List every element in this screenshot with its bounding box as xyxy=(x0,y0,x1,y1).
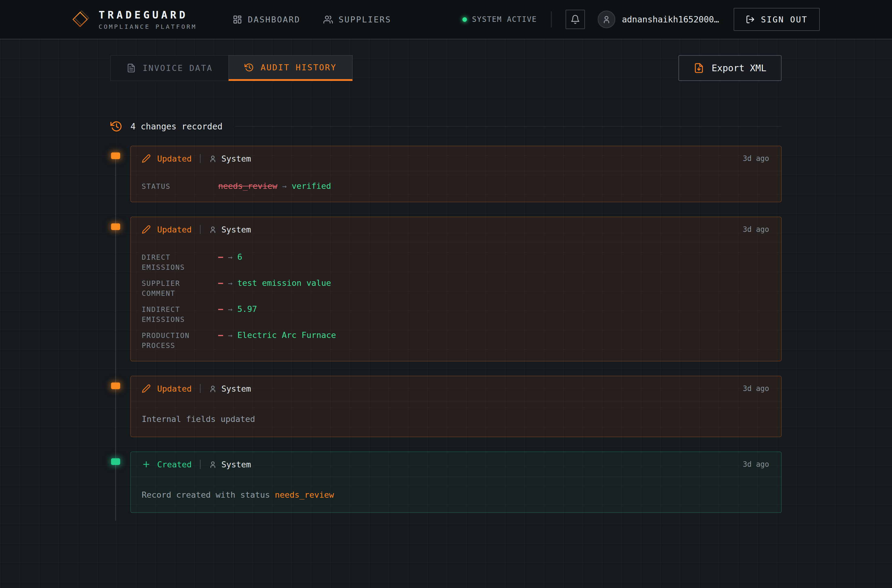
change-row: PRODUCTION PROCESS — → Electric Arc Furn… xyxy=(142,330,770,351)
new-value: verified xyxy=(292,181,331,191)
action-label: Created xyxy=(157,460,192,469)
changes-section-header: 4 changes recorded xyxy=(110,120,782,132)
new-value: 6 xyxy=(237,252,242,262)
timeline-marker xyxy=(111,382,120,389)
timeline-marker xyxy=(111,458,120,465)
arrow-icon: → xyxy=(228,304,232,314)
header-pipe xyxy=(200,225,200,234)
app-header: TRADEGUARD COMPLIANCE PLATFORM DASHBOARD… xyxy=(0,0,892,39)
changes-list: DIRECT EMISSIONS — → 6 SUPPLIER COMMENT … xyxy=(131,242,781,361)
event-card-header: Created System 3d ago xyxy=(131,452,781,477)
timestamp: 3d ago xyxy=(743,384,769,393)
event-card-header: Updated System 3d ago xyxy=(131,146,781,171)
actor-name: System xyxy=(221,154,251,164)
brand: TRADEGUARD COMPLIANCE PLATFORM xyxy=(71,9,197,30)
action-label: Updated xyxy=(157,154,192,164)
event-card: Updated System 3d ago Internal fields up… xyxy=(131,376,782,437)
change-row: SUPPLIER COMMENT — → test emission value xyxy=(142,278,770,298)
arrow-icon: → xyxy=(228,330,232,340)
system-status: SYSTEM ACTIVE xyxy=(462,15,537,24)
audit-event: Updated System 3d ago DIRECT EMISSIONS — xyxy=(110,217,782,361)
field-label: PRODUCTION PROCESS xyxy=(142,331,218,351)
field-label: INDIRECT EMISSIONS xyxy=(142,304,218,325)
status-dot xyxy=(462,17,467,22)
suppliers-users-icon xyxy=(323,15,333,24)
new-value: test emission value xyxy=(237,278,331,288)
timestamp: 3d ago xyxy=(743,460,769,469)
note-prefix: Record created with status xyxy=(142,490,270,500)
new-value: 5.97 xyxy=(237,304,257,314)
old-value: — xyxy=(218,304,223,314)
actor-name: System xyxy=(221,460,251,469)
system-status-label: SYSTEM ACTIVE xyxy=(472,15,537,24)
audit-event: Created System 3d ago Record created wit… xyxy=(110,452,782,513)
person-icon xyxy=(209,460,217,469)
arrow-icon: → xyxy=(282,181,287,191)
actor-name: System xyxy=(221,384,251,393)
field-label: STATUS xyxy=(142,182,218,192)
action-label: Updated xyxy=(157,384,192,393)
note-status-value: needs_review xyxy=(275,490,334,500)
header-pipe xyxy=(200,154,200,163)
change-row: DIRECT EMISSIONS — → 6 xyxy=(142,252,770,273)
old-value: — xyxy=(218,330,223,340)
timestamp: 3d ago xyxy=(743,225,769,234)
user-chip: adnanshaikh1652000… xyxy=(598,10,719,28)
header-divider xyxy=(551,11,552,28)
nav-item-suppliers[interactable]: SUPPLIERS xyxy=(323,15,391,24)
header-pipe xyxy=(200,460,200,469)
arrow-icon: → xyxy=(228,278,232,288)
nav-item-dashboard[interactable]: DASHBOARD xyxy=(233,15,300,24)
person-icon xyxy=(209,154,217,163)
main-content: INVOICE DATA AUDIT HISTORY Export XML xyxy=(110,55,782,513)
plus-icon xyxy=(142,460,151,469)
event-card-header: Updated System 3d ago xyxy=(131,217,781,242)
tab-bar: INVOICE DATA AUDIT HISTORY xyxy=(110,55,352,81)
notifications-button[interactable] xyxy=(566,10,585,29)
brand-tagline: COMPLIANCE PLATFORM xyxy=(99,23,197,30)
changes-count-title: 4 changes recorded xyxy=(131,122,223,132)
field-label: SUPPLIER COMMENT xyxy=(142,279,218,298)
nav-item-label: DASHBOARD xyxy=(248,15,300,24)
tab-label: INVOICE DATA xyxy=(143,63,213,73)
pencil-icon xyxy=(142,225,151,234)
audit-timeline: Updated System 3d ago STATUS needs_revie… xyxy=(110,146,782,513)
arrow-icon: → xyxy=(228,252,232,262)
pencil-icon xyxy=(142,384,151,393)
diamond-logo-icon xyxy=(71,9,91,29)
tab-label: AUDIT HISTORY xyxy=(261,63,337,72)
section-rule xyxy=(235,126,782,127)
file-text-icon xyxy=(126,63,136,73)
toolbar: INVOICE DATA AUDIT HISTORY Export XML xyxy=(110,55,782,81)
export-xml-button[interactable]: Export XML xyxy=(678,55,782,81)
history-clock-icon xyxy=(110,120,123,132)
timeline-marker xyxy=(111,224,120,230)
person-icon xyxy=(602,15,611,24)
person-icon xyxy=(209,225,217,234)
audit-event: Updated System 3d ago STATUS needs_revie… xyxy=(110,146,782,202)
audit-event: Updated System 3d ago Internal fields up… xyxy=(110,376,782,437)
old-value: — xyxy=(218,252,223,262)
brand-name: TRADEGUARD xyxy=(99,9,197,21)
sign-out-button[interactable]: SIGN OUT xyxy=(734,8,820,31)
nav-item-label: SUPPLIERS xyxy=(338,15,391,24)
sign-out-label: SIGN OUT xyxy=(761,15,808,24)
event-card: Created System 3d ago Record created wit… xyxy=(131,452,782,513)
person-icon xyxy=(209,385,217,393)
header-pipe xyxy=(200,384,200,393)
export-xml-label: Export XML xyxy=(711,63,766,74)
tab-invoice-data[interactable]: INVOICE DATA xyxy=(110,55,229,81)
tab-audit-history[interactable]: AUDIT HISTORY xyxy=(229,55,352,81)
new-value: Electric Arc Furnace xyxy=(237,330,336,340)
old-value: needs_review xyxy=(218,181,277,191)
timeline-marker xyxy=(111,153,120,159)
dashboard-grid-icon xyxy=(233,15,242,24)
pencil-icon xyxy=(142,154,151,163)
username: adnanshaikh1652000… xyxy=(622,15,719,24)
avatar xyxy=(598,10,615,28)
change-row: STATUS needs_review → verified xyxy=(142,181,770,192)
timestamp: 3d ago xyxy=(743,154,769,163)
event-note: Record created with statusneeds_review xyxy=(131,477,781,513)
event-card: Updated System 3d ago STATUS needs_revie… xyxy=(131,146,782,202)
event-card: Updated System 3d ago DIRECT EMISSIONS — xyxy=(131,217,782,361)
